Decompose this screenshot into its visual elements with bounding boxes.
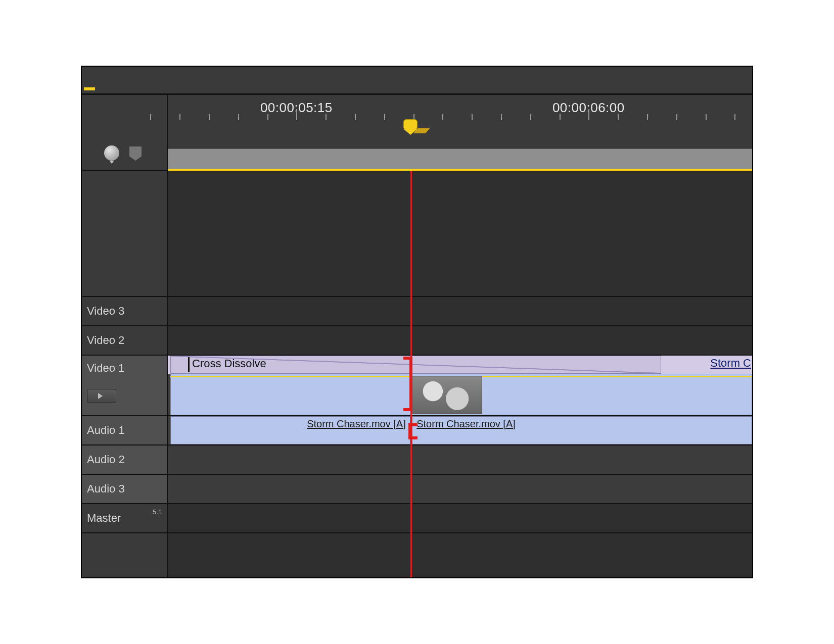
transition-clip[interactable]: Cross Dissolve	[170, 356, 661, 374]
track-header-video2[interactable]: Video 2	[82, 326, 167, 356]
transition-diagonal-icon	[171, 356, 661, 373]
audio-clip-right[interactable]: Storm Chaser.mov [A]	[412, 416, 752, 444]
track-header-audio1[interactable]: Audio 1	[82, 416, 167, 445]
work-area-bar[interactable]	[168, 148, 752, 170]
lane-video1[interactable]: Cross Dissolve Storm C	[168, 356, 752, 416]
lane-audio1[interactable]: Storm Chaser.mov [A] Storm Chaser.mov [A…	[168, 416, 752, 445]
track-header-video3[interactable]: Video 3	[82, 297, 167, 326]
playhead-line[interactable]	[410, 171, 412, 577]
snap-globe-icon[interactable]	[104, 145, 119, 161]
lane-audio3[interactable]	[168, 475, 752, 504]
clip-label: Storm Chaser.mov [A]	[412, 417, 752, 431]
timeline-panel: 00:00:05:15 00:00:06:00 Video 3 Video 2 …	[81, 66, 753, 578]
header-tools	[82, 95, 168, 170]
lane-audio2[interactable]	[168, 445, 752, 475]
track-content[interactable]: Cross Dissolve Storm C Storm Chaser.mov …	[168, 171, 752, 577]
clip-label: Storm Chaser.mov [A]	[171, 417, 410, 431]
playhead-icon[interactable]	[402, 119, 419, 139]
track-header-video1[interactable]: Video 1	[82, 356, 167, 416]
ruler-ticks	[168, 105, 752, 120]
lane-spacer	[168, 171, 752, 297]
marker-shield-icon[interactable]	[129, 146, 142, 161]
track-header-master[interactable]: Master 5.1	[82, 504, 167, 533]
track-label: Audio 1	[87, 424, 125, 437]
clip-thumbnail	[411, 376, 482, 414]
track-label: Video 3	[87, 305, 124, 318]
track-header-audio3[interactable]: Audio 3	[82, 475, 167, 504]
panel-topbar	[82, 67, 752, 95]
track-expand-button[interactable]	[87, 389, 116, 403]
timeline-header: 00:00:05:15 00:00:06:00	[82, 95, 752, 171]
edit-point-bracket[interactable]	[408, 423, 418, 439]
sequence-tab-indicator[interactable]	[84, 87, 95, 90]
track-header-audio2[interactable]: Audio 2	[82, 445, 167, 475]
track-label: Audio 2	[87, 453, 125, 466]
clip-label-right: Storm C	[710, 357, 752, 370]
header-spacer	[82, 171, 167, 297]
track-headers: Video 3 Video 2 Video 1 Audio 1 Audio 2 …	[82, 171, 168, 577]
master-channel-label: 5.1	[153, 508, 162, 516]
audio-clip-left[interactable]: Storm Chaser.mov [A]	[170, 416, 410, 444]
track-label: Audio 3	[87, 482, 125, 496]
lane-video2[interactable]	[168, 326, 752, 356]
track-label: Video 1	[87, 362, 124, 375]
tracks-area: Video 3 Video 2 Video 1 Audio 1 Audio 2 …	[82, 171, 752, 577]
track-label: Video 2	[87, 334, 124, 347]
lane-master[interactable]	[168, 504, 752, 533]
time-ruler[interactable]: 00:00:05:15 00:00:06:00	[168, 95, 752, 170]
track-label: Master	[87, 512, 121, 525]
lane-video3[interactable]	[168, 297, 752, 326]
